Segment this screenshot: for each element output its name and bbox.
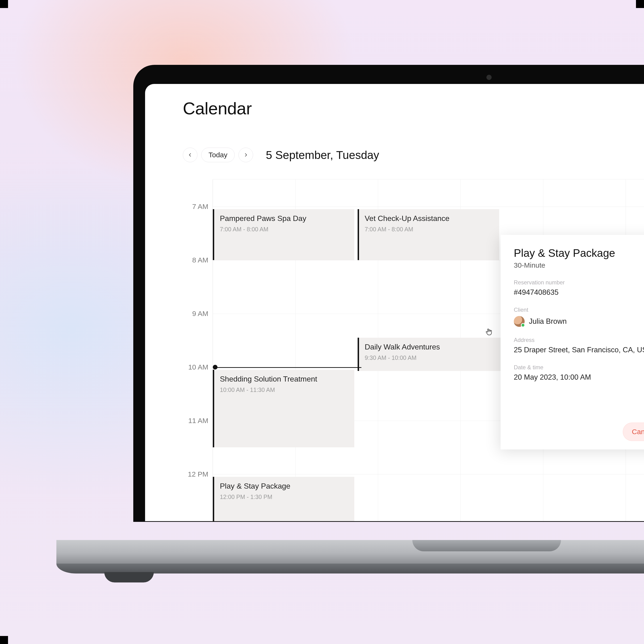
online-status-icon [521,323,525,327]
event-time: 9:30 AM - 10:00 AM [365,354,495,361]
next-day-button[interactable] [238,148,253,162]
calendar-event[interactable]: Shedding Solution Treatment10:00 AM - 11… [213,370,354,447]
panel-title: Play & Stay Package [514,247,644,259]
calendar-event[interactable]: Vet Check-Up Assistance7:00 AM - 8:00 AM [358,209,499,260]
address-value: 25 Draper Street, San Francisco, CA, USA [514,346,644,354]
event-title: Vet Check-Up Assistance [365,214,494,223]
datetime-value: 20 May 2023, 10:00 AM [514,373,644,382]
client-row[interactable]: Julia Brown [514,316,644,327]
hour-label: 11 AM [188,417,208,425]
webcam-icon [487,75,492,80]
panel-subtitle: 30-Minute [514,261,644,269]
datetime-label: Date & time [514,364,644,371]
calendar-event[interactable]: Play & Stay Package12:00 PM - 1:30 PM [213,477,354,521]
event-time: 10:00 AM - 11:30 AM [220,386,349,393]
hour-label: 10 AM [188,363,208,371]
event-title: Pampered Paws Spa Day [220,214,349,223]
event-time: 12:00 PM - 1:30 PM [220,494,349,500]
event-title: Shedding Solution Treatment [220,374,349,383]
decorative-corner [636,0,644,8]
decorative-corner [0,636,8,644]
hour-label: 9 AM [192,310,208,318]
cancel-reservation-label: Cancel res [632,428,644,436]
hour-label: 12 PM [188,470,208,478]
calendar-event[interactable]: Daily Walk Adventures9:30 AM - 10:00 AM [358,338,501,371]
arrow-right-icon [243,152,248,158]
event-time: 7:00 AM - 8:00 AM [220,226,349,233]
arrow-left-icon [187,152,193,158]
current-time-dot [213,365,217,370]
time-gutter: 7 AM8 AM9 AM10 AM11 AM12 PM [183,179,212,521]
address-label: Address [514,337,644,343]
hour-label: 8 AM [192,256,208,264]
client-avatar [514,316,525,327]
cancel-reservation-button[interactable]: Cancel res [623,423,644,441]
calendar-event[interactable]: Pampered Paws Spa Day7:00 AM - 8:00 AM [213,209,354,260]
hour-label: 7 AM [192,203,208,211]
laptop-notch [412,540,561,551]
app-screen: Calendar Today 5 September, Tuesday 7 AM… [145,84,644,521]
page-title: Calendar [183,99,252,118]
event-detail-panel: Play & Stay Package 30-Minute Reservatio… [501,235,644,449]
reservation-number-value: #4947408635 [514,288,644,297]
laptop-foot [104,572,154,582]
event-title: Daily Walk Adventures [365,342,495,351]
decorative-corner [0,0,8,8]
stage: Calendar Today 5 September, Tuesday 7 AM… [0,0,644,644]
pointer-hand-icon [485,328,493,336]
current-date: 5 September, Tuesday [266,148,379,162]
current-time-line [215,367,362,368]
today-button[interactable]: Today [201,148,235,162]
prev-day-button[interactable] [183,148,197,162]
event-time: 7:00 AM - 8:00 AM [365,226,494,233]
date-nav: Today [183,148,253,162]
event-title: Play & Stay Package [220,482,349,490]
client-name: Julia Brown [529,317,567,326]
reservation-number-label: Reservation number [514,279,644,286]
client-label: Client [514,307,644,313]
